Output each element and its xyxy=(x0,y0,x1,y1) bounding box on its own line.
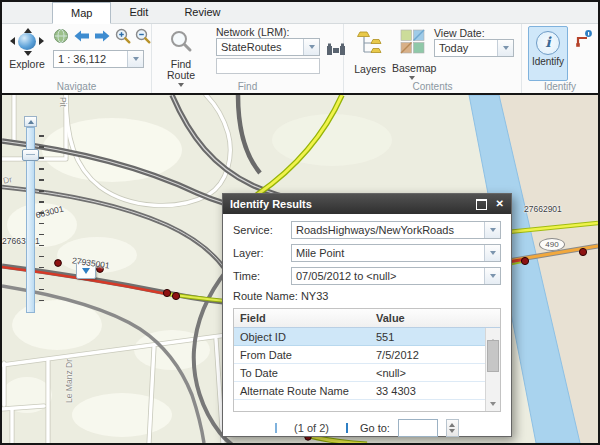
cell-field: Object ID xyxy=(234,328,370,345)
cell-value: <null> xyxy=(370,364,482,381)
table-row[interactable]: To Date <null> xyxy=(234,364,500,382)
service-value: RoadsHighways/NewYorkRoads xyxy=(292,222,500,236)
layers-label: Layers xyxy=(350,63,390,75)
street-label: Le Manz Dr xyxy=(64,359,74,403)
find-route-magnifier-icon xyxy=(169,39,193,56)
cell-field: Alternate Route Name xyxy=(234,382,370,399)
table-scrollbar[interactable] xyxy=(485,328,500,411)
cell-value: 7/5/2012 xyxy=(370,346,482,363)
full-extent-globe-icon[interactable] xyxy=(53,28,69,48)
service-dropdown-icon[interactable] xyxy=(484,222,500,238)
attributes-table: Field Value Object ID 551 From Date 7/5/… xyxy=(233,308,501,412)
layers-tree-icon xyxy=(357,41,383,58)
layer-combobox[interactable]: Mile Point xyxy=(291,244,501,262)
value-column-header[interactable]: Value xyxy=(370,309,482,327)
group-contents: Layers Basemap xyxy=(344,24,522,93)
view-date-combobox[interactable]: Today xyxy=(434,39,514,57)
maximize-icon[interactable] xyxy=(476,199,487,210)
zoom-in-icon[interactable] xyxy=(115,28,131,48)
ribbon: Map Edit Review Explore xyxy=(2,2,598,93)
zoom-slider[interactable] xyxy=(22,116,46,314)
map-scale-combobox[interactable]: 1 : 36,112 xyxy=(53,50,144,68)
group-find: Find Route Network (LRM): StateRoutes Fi… xyxy=(152,24,344,93)
close-icon[interactable]: ✕ xyxy=(496,199,504,209)
time-combobox[interactable]: 07/05/2012 to <null> xyxy=(291,267,501,285)
route-name-label: Route Name: xyxy=(233,290,298,302)
zoom-slider-up-icon[interactable] xyxy=(24,116,37,127)
scrollbar-thumb[interactable] xyxy=(487,340,499,372)
map-canvas[interactable]: 27663001 27663101 27935001 27662901 Le M… xyxy=(2,93,598,443)
tab-map[interactable]: Map xyxy=(52,2,111,24)
explore-button[interactable]: Explore xyxy=(4,30,50,70)
identify-group-label: Identify xyxy=(522,81,598,92)
last-page-button[interactable] xyxy=(345,423,348,433)
time-dropdown-icon[interactable] xyxy=(484,268,500,284)
table-header-row: Field Value xyxy=(234,309,500,328)
find-route-button[interactable]: Find Route xyxy=(160,29,202,87)
pagination-bar: (1 of 2) Go to: xyxy=(233,418,501,438)
route-input[interactable] xyxy=(216,58,320,74)
basemap-button[interactable]: Basemap xyxy=(392,29,432,80)
basemap-label: Basemap xyxy=(392,62,432,74)
route-label: 27662901 xyxy=(524,204,562,214)
explore-label: Explore xyxy=(4,58,50,70)
basemap-caret-icon[interactable] xyxy=(409,76,415,80)
find-binoculars-icon[interactable] xyxy=(326,41,346,60)
layer-dropdown-icon[interactable] xyxy=(484,245,500,261)
route-name-value: NY33 xyxy=(301,290,329,302)
find-route-label: Find Route xyxy=(160,59,202,81)
street-label: Pit xyxy=(58,97,68,107)
field-column-header[interactable]: Field xyxy=(234,309,370,327)
table-row[interactable]: Object ID 551 xyxy=(234,328,500,346)
time-label: Time: xyxy=(233,270,291,282)
ribbon-tabstrip: Map Edit Review xyxy=(2,2,598,24)
tab-edit[interactable]: Edit xyxy=(111,2,166,23)
first-page-button[interactable] xyxy=(275,423,278,433)
scroll-down-icon[interactable] xyxy=(486,392,500,410)
group-identify: i Identify Identify xyxy=(522,24,598,93)
dialog-title: Identify Results xyxy=(230,198,476,210)
service-label: Service: xyxy=(233,224,291,236)
zoom-out-icon[interactable] xyxy=(135,28,151,48)
goto-page-input[interactable] xyxy=(398,419,438,437)
tab-review[interactable]: Review xyxy=(166,2,238,23)
cell-value: 33 4303 xyxy=(370,382,482,399)
navigate-group-label: Navigate xyxy=(2,81,151,92)
map-scale-dropdown-icon[interactable] xyxy=(127,51,143,67)
route-shield: 490 xyxy=(539,238,565,251)
app-window: Map Edit Review Explore xyxy=(0,0,600,445)
identify-button[interactable]: i Identify xyxy=(528,26,568,81)
goto-spinner[interactable] xyxy=(446,419,459,437)
view-date-label: View Date: xyxy=(434,27,485,39)
group-navigate: Explore xyxy=(2,24,152,93)
network-lrm-combobox[interactable]: StateRoutes xyxy=(216,38,320,56)
explore-orb-icon xyxy=(12,30,42,54)
page-status: (1 of 2) xyxy=(294,422,329,434)
previous-extent-icon[interactable] xyxy=(73,29,90,47)
dialog-titlebar[interactable]: Identify Results ✕ xyxy=(223,194,511,214)
network-lrm-dropdown-icon[interactable] xyxy=(303,39,319,55)
identify-i-icon: i xyxy=(536,31,560,55)
network-lrm-label: Network (LRM): xyxy=(216,26,290,38)
identify-route-locations-icon[interactable] xyxy=(575,29,593,51)
identify-results-dialog: Identify Results ✕ Service: RoadsHighway… xyxy=(222,193,512,437)
cell-field: To Date xyxy=(234,364,370,381)
contents-group-label: Contents xyxy=(344,81,521,92)
zoom-slider-ticks xyxy=(39,135,44,307)
layer-value: Mile Point xyxy=(292,245,500,259)
zoom-slider-handle[interactable] xyxy=(22,149,39,161)
find-group-label: Find xyxy=(152,81,343,92)
basemap-tiles-icon xyxy=(400,40,425,57)
layers-button[interactable]: Layers xyxy=(350,29,390,75)
view-date-dropdown-icon[interactable] xyxy=(497,40,513,56)
cell-field: From Date xyxy=(234,346,370,363)
table-row[interactable]: Alternate Route Name 33 4303 xyxy=(234,382,500,400)
service-combobox[interactable]: RoadsHighways/NewYorkRoads xyxy=(291,221,501,239)
layer-label: Layer: xyxy=(233,247,291,259)
table-row[interactable] xyxy=(234,400,500,412)
table-row[interactable]: From Date 7/5/2012 xyxy=(234,346,500,364)
goto-label: Go to: xyxy=(360,422,390,434)
time-value: 07/05/2012 to <null> xyxy=(292,268,500,282)
street-label: Dr xyxy=(2,174,13,186)
next-extent-icon[interactable] xyxy=(94,29,111,47)
